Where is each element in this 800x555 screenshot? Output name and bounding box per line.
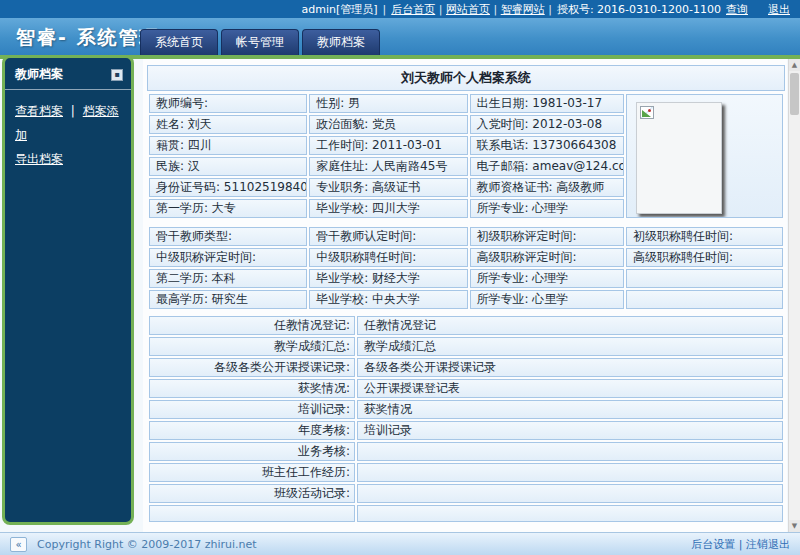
grid-cell: 最高学历: 研究生 — [149, 290, 307, 309]
detail-label: 任教情况登记: — [149, 316, 355, 335]
separator: | — [548, 3, 552, 16]
sidebar-link-row: 查看档案 | 档案添加 — [15, 99, 121, 147]
detail-label: 业务考核: — [149, 442, 355, 461]
sidebar-title: 教师档案 — [15, 66, 63, 83]
table-row: 班级活动记录: — [149, 484, 783, 503]
table-row: 骨干教师类型:骨干教师认定时间:初级职称评定时间:初级职称聘任时间: — [149, 227, 783, 246]
app-logo: 智睿- 系统管理 — [0, 18, 800, 51]
table-row: 任教情况登记:任教情况登记 — [149, 316, 783, 335]
tab-system-home[interactable]: 系统首页 — [140, 29, 218, 55]
table-row: 业务考核: — [149, 442, 783, 461]
info-cell: 教师资格证书: 高级教师 — [470, 178, 624, 197]
table-row: 各级各类公开课授课记录:各级各类公开课授课记录 — [149, 358, 783, 377]
banner: 智睿- 系统管理 系统首页帐号管理教师档案 — [0, 18, 800, 55]
table-row: 培训记录:获奖情况 — [149, 400, 783, 419]
content-region: 教师档案 ▪ 查看档案 | 档案添加 导出档案 刘天教师个人档案系统 教师编号:… — [0, 55, 800, 532]
topbar-link-site-home[interactable]: 网站首页 — [446, 3, 490, 16]
info-cell: 毕业学校: 四川大学 — [309, 199, 467, 218]
scroll-up-icon[interactable]: ▲ — [789, 59, 800, 71]
info-cell: 出生日期: 1981-03-17 — [470, 94, 624, 113]
sidebar: 教师档案 ▪ 查看档案 | 档案添加 导出档案 — [2, 55, 134, 525]
table-row: 教师编号:性别: 男出生日期: 1981-03-17 — [149, 94, 783, 113]
detail-value: 获奖情况 — [357, 400, 783, 419]
detail-value: 教学成绩汇总 — [357, 337, 783, 356]
grid-cell: 骨干教师类型: — [149, 227, 307, 246]
topbar-link-backend-home[interactable]: 后台首页 — [391, 3, 435, 16]
info-cell: 籍贯: 四川 — [149, 136, 307, 155]
detail-label: 获奖情况: — [149, 379, 355, 398]
grid-cell — [626, 290, 783, 309]
info-cell: 教师编号: — [149, 94, 307, 113]
grid-cell: 中级职称评定时间: — [149, 248, 307, 267]
teacher-photo-placeholder — [636, 102, 722, 214]
broken-image-icon — [640, 106, 654, 119]
license-number: 授权号: 2016-0310-1200-1100 — [557, 2, 721, 17]
photo-cell — [626, 94, 783, 218]
scroll-down-icon[interactable]: ▼ — [789, 520, 800, 532]
vertical-scrollbar[interactable]: ▲ ▼ — [788, 59, 800, 532]
grid-cell: 毕业学校: 中央大学 — [309, 290, 467, 309]
sidebar-collapse-button[interactable]: « — [10, 537, 27, 552]
table-row: 中级职称评定时间:中级职称聘任时间:高级职称评定时间:高级职称聘任时间: — [149, 248, 783, 267]
grid-cell: 高级职称聘任时间: — [626, 248, 783, 267]
table-row: 年度考核:培训记录 — [149, 421, 783, 440]
detail-label: 教学成绩汇总: — [149, 337, 355, 356]
footer-link-logout[interactable]: 注销退出 — [746, 538, 790, 551]
info-cell: 所学专业: 心理学 — [470, 199, 624, 218]
sidebar-link-row: 导出档案 — [15, 147, 121, 171]
tab-teacher-archive[interactable]: 教师档案 — [302, 29, 380, 55]
detail-label: 班主任工作经历: — [149, 463, 355, 482]
sidebar-links: 查看档案 | 档案添加 导出档案 — [5, 90, 131, 180]
table-row: 第二学历: 本科毕业学校: 财经大学所学专业: 心理学 — [149, 269, 783, 288]
topbar: admin[管理员] | 后台首页 | 网站首页 | 智睿网站 | 授权号: 2… — [0, 0, 800, 18]
scrollbar-thumb[interactable] — [790, 73, 799, 115]
info-cell: 工作时间: 2011-03-01 — [309, 136, 467, 155]
detail-value — [357, 484, 783, 503]
footer-links: 后台设置 | 注销退出 — [691, 537, 790, 552]
info-cell: 第一学历: 大专 — [149, 199, 307, 218]
detail-table: 任教情况登记:任教情况登记教学成绩汇总:教学成绩汇总各级各类公开课授课记录:各级… — [147, 314, 785, 524]
topbar-links: 后台首页 | 网站首页 | 智睿网站 | — [391, 2, 552, 17]
grid-cell: 毕业学校: 财经大学 — [309, 269, 467, 288]
query-link[interactable]: 查询 — [726, 2, 748, 17]
grid-cell: 骨干教师认定时间: — [309, 227, 467, 246]
main-panel: 刘天教师个人档案系统 教师编号:性别: 男出生日期: 1981-03-17姓名:… — [143, 59, 787, 532]
topbar-user: admin[管理员] — [301, 2, 377, 17]
footer: « Copyright Right © 2009-2017 zhirui.net… — [0, 532, 800, 555]
sidebar-header: 教师档案 ▪ — [5, 58, 131, 90]
sidebar-item-view-archive[interactable]: 查看档案 — [15, 104, 63, 118]
logout-link[interactable]: 退出 — [768, 2, 790, 17]
grid-cell: 所学专业: 心理学 — [470, 269, 624, 288]
separator: | — [493, 3, 497, 16]
detail-label — [149, 505, 355, 522]
qualification-table: 骨干教师类型:骨干教师认定时间:初级职称评定时间:初级职称聘任时间:中级职称评定… — [147, 225, 785, 311]
topbar-link-zhirui-site[interactable]: 智睿网站 — [501, 3, 545, 16]
detail-value — [357, 442, 783, 461]
separator: | — [739, 538, 743, 551]
detail-value: 各级各类公开课授课记录 — [357, 358, 783, 377]
minimize-icon[interactable]: ▪ — [111, 69, 123, 81]
grid-cell: 中级职称聘任时间: — [309, 248, 467, 267]
basic-info-table: 教师编号:性别: 男出生日期: 1981-03-17姓名: 刘天政治面貌: 党员… — [147, 92, 785, 220]
grid-cell — [626, 269, 783, 288]
detail-value: 任教情况登记 — [357, 316, 783, 335]
tab-account-mgmt[interactable]: 帐号管理 — [221, 29, 299, 55]
grid-cell: 所学专业: 心里学 — [470, 290, 624, 309]
table-row: 获奖情况:公开课授课登记表 — [149, 379, 783, 398]
detail-label: 年度考核: — [149, 421, 355, 440]
info-cell: 家庭住址: 人民南路45号 — [309, 157, 467, 176]
detail-label: 班级活动记录: — [149, 484, 355, 503]
detail-label: 培训记录: — [149, 400, 355, 419]
footer-link-backend-settings[interactable]: 后台设置 — [691, 538, 735, 551]
grid-cell: 初级职称聘任时间: — [626, 227, 783, 246]
table-row: 班主任工作经历: — [149, 463, 783, 482]
info-cell: 姓名: 刘天 — [149, 115, 307, 134]
detail-value: 培训记录 — [357, 421, 783, 440]
info-cell: 身份证号码: 511025198401101116 — [149, 178, 307, 197]
copyright-text: Copyright Right © 2009-2017 zhirui.net — [37, 538, 257, 551]
info-cell: 入党时间: 2012-03-08 — [470, 115, 624, 134]
sidebar-item-export-archive[interactable]: 导出档案 — [15, 152, 63, 166]
detail-value — [357, 505, 783, 522]
info-cell: 联系电话: 13730664308 — [470, 136, 624, 155]
info-cell: 性别: 男 — [309, 94, 467, 113]
